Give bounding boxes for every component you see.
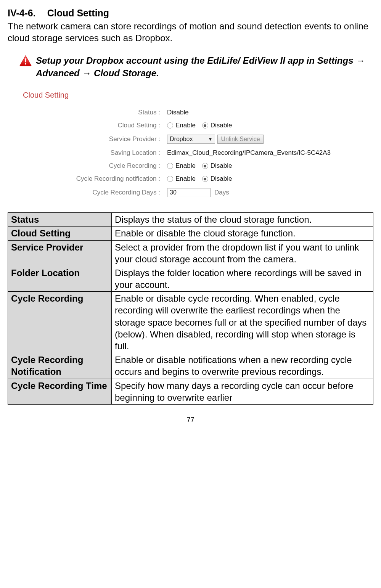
warning-icon [19,55,32,67]
cycle-enable-radio[interactable] [167,163,173,169]
disable-radio[interactable] [202,122,208,129]
panel-title: Cloud Setting [23,91,373,100]
cycle-notification-row: Cycle Recording notification : Enable Di… [23,175,373,183]
notif-disable-radio[interactable] [202,176,208,182]
intro-text: The network camera can store recordings … [8,20,373,44]
table-label-cell: Cycle Recording Time [8,379,112,404]
saving-location-label: Saving Location : [23,149,167,157]
service-provider-select[interactable]: Dropbox ▼ [167,135,215,144]
status-row: Status : Disable [23,109,373,116]
table-label-cell: Cloud Setting [8,227,112,240]
table-row: Cloud SettingEnable or disable the cloud… [8,227,373,240]
section-number: IV-4-6. [8,8,36,18]
disable-text: Disable [211,162,232,170]
table-desc-cell: Specify how many days a recording cycle … [112,379,373,404]
table-row: Cycle Recording TimeSpecify how many day… [8,379,373,404]
table-label-cell: Folder Location [8,266,112,291]
notif-enable-radio[interactable] [167,176,173,182]
cycle-days-label: Cycle Recording Days : [23,189,167,196]
table-desc-cell: Displays the status of the cloud storage… [112,213,373,227]
table-desc-cell: Select a provider from the dropdown list… [112,240,373,266]
table-desc-cell: Enable or disable cycle recording. When … [112,292,373,353]
svg-rect-1 [25,59,26,63]
cycle-days-row: Cycle Recording Days : 30 Days [23,188,373,197]
table-desc-cell: Enable or disable the cloud storage func… [112,227,373,240]
cycle-disable-radio[interactable] [202,163,208,169]
table-label-cell: Cycle Recording [8,292,112,353]
arrow-icon: → [82,68,91,78]
status-value: Disable [167,109,189,116]
service-provider-row: Service Provider : Dropbox ▼ Unlink Serv… [23,135,373,144]
days-suffix: Days [214,189,229,196]
section-heading: IV-4-6.Cloud Setting [8,8,373,19]
table-desc-cell: Enable or disable notifications when a n… [112,353,373,379]
cycle-recording-label: Cycle Recording : [23,162,167,170]
status-label: Status : [23,109,167,116]
enable-radio[interactable] [167,122,173,129]
table-desc-cell: Displays the folder location where recor… [112,266,373,291]
table-row: Cycle RecordingEnable or disable cycle r… [8,292,373,353]
setup-note: Setup your Dropbox account using the Edi… [19,55,373,79]
enable-text: Enable [175,122,196,129]
enable-text: Enable [175,162,196,170]
table-row: Cycle Recording NotificationEnable or di… [8,353,373,379]
table-label-cell: Service Provider [8,240,112,266]
description-table: StatusDisplays the status of the cloud s… [8,212,373,405]
table-label-cell: Cycle Recording Notification [8,353,112,379]
note-text: Setup your Dropbox account using the Edi… [36,55,373,79]
unlink-service-button[interactable]: Unlink Service [217,135,263,144]
saving-location-value: Edimax_Cloud_Recording/IPCamera_Events/I… [167,149,331,157]
section-title: Cloud Setting [47,8,109,18]
table-row: Service ProviderSelect a provider from t… [8,240,373,266]
cloud-setting-panel: Cloud Setting Status : Disable Cloud Set… [23,91,373,197]
enable-text: Enable [175,175,196,183]
cycle-recording-row: Cycle Recording : Enable Disable [23,162,373,170]
cloud-setting-label: Cloud Setting : [23,122,167,129]
disable-text: Disable [211,175,232,183]
page-number: 77 [8,416,373,424]
cycle-days-input[interactable]: 30 [167,188,211,197]
chevron-down-icon: ▼ [208,137,212,142]
table-row: StatusDisplays the status of the cloud s… [8,213,373,227]
saving-location-row: Saving Location : Edimax_Cloud_Recording… [23,149,373,157]
disable-text: Disable [211,122,232,129]
service-provider-label: Service Provider : [23,135,167,143]
cloud-setting-row: Cloud Setting : Enable Disable [23,122,373,129]
table-label-cell: Status [8,213,112,227]
cycle-notification-label: Cycle Recording notification : [23,175,167,183]
table-row: Folder LocationDisplays the folder locat… [8,266,373,291]
svg-rect-2 [25,63,26,64]
arrow-icon: → [356,55,365,66]
